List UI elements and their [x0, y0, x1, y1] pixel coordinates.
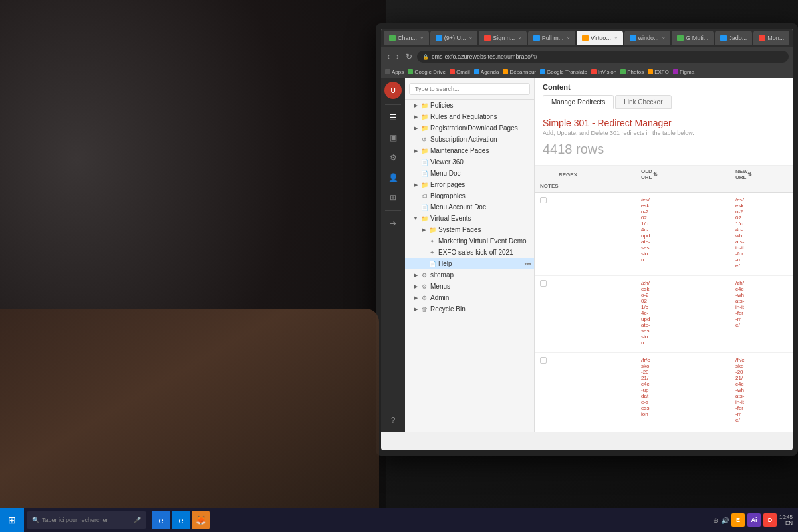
sidebar-deploy-icon[interactable]: ➜: [386, 216, 400, 231]
sidebar-users-icon[interactable]: 👤: [386, 170, 400, 185]
tree-folder-virtual: 📁: [420, 215, 428, 222]
bookmark-agenda[interactable]: Agenda: [474, 69, 499, 75]
start-button[interactable]: ⊞: [0, 508, 24, 532]
bookmark-dep-icon: [503, 69, 508, 74]
bookmark-photos[interactable]: Photos: [620, 69, 644, 75]
tab-9[interactable]: Mon...: [753, 31, 789, 45]
tree-label-bio: Biographies: [430, 192, 531, 200]
edge-taskbar-icon[interactable]: e: [172, 511, 190, 529]
tab-favicon-2: [436, 35, 442, 41]
forward-button[interactable]: ›: [394, 52, 401, 61]
tab-manage-redirects[interactable]: Manage Redirects: [543, 95, 614, 109]
microphone-icon[interactable]: 🎤: [134, 517, 141, 523]
tree-item-admin[interactable]: ▶ ⚙ Admin: [405, 292, 534, 303]
tree-item-viewer[interactable]: 📄 Viewer 360: [405, 156, 534, 168]
tree-label-maintenance: Maintenance Pages: [430, 147, 531, 154]
tab-5[interactable]: Virtuo... ×: [577, 31, 623, 45]
tree-item-menudoc[interactable]: 📄 Menu Doc: [405, 168, 534, 179]
row-new-url-3: /fr/esko-2021/c4c-whats-in-it-for-me/: [735, 357, 745, 423]
tree-folder-maint: 📁: [420, 148, 428, 154]
tab-label-7: G Muti...: [686, 35, 708, 41]
bookmark-gmail-icon: [450, 69, 455, 74]
row-checkbox-1[interactable]: [540, 197, 547, 203]
tree-item-exfo-sales[interactable]: ✦ EXFO sales kick-off 2021: [405, 247, 534, 258]
sidebar-media-icon[interactable]: ▣: [386, 130, 400, 145]
sidebar-content-icon[interactable]: ☰: [386, 110, 400, 125]
tab-label-4: Pull m...: [542, 35, 564, 41]
refresh-button[interactable]: ↻: [404, 52, 414, 61]
tree-arrow-rules: ▶: [413, 114, 418, 120]
tab-3[interactable]: Sign n... ×: [479, 31, 527, 45]
bookmark-gmail[interactable]: Gmail: [450, 69, 470, 75]
tab-close-3[interactable]: ×: [518, 35, 521, 41]
tab-close-2[interactable]: ×: [469, 35, 472, 41]
ie-taskbar-icon[interactable]: e: [152, 511, 170, 529]
tree-label-recycle: Recycle Bin: [430, 305, 531, 313]
tree-arrow-reg: ▶: [413, 126, 418, 131]
row-checkbox-2[interactable]: [540, 280, 547, 287]
tab-close-6[interactable]: ×: [662, 35, 666, 41]
sidebar-settings-icon[interactable]: ⚙: [386, 150, 400, 165]
tree-item-marketing[interactable]: ✦ Marketing Virtual Event Demo: [405, 235, 534, 247]
tree-item-syspages[interactable]: ▶ 📁 System Pages: [405, 224, 534, 235]
table-row: /zh/esko-2021/c4c-update-session /zh/c4c…: [535, 276, 793, 353]
tree-folder-reg: 📁: [420, 125, 428, 132]
tree-item-bio[interactable]: 🏷 Biographies: [405, 190, 534, 201]
tree-item-help[interactable]: 📄 Help •••: [405, 258, 534, 269]
back-button[interactable]: ‹: [385, 52, 392, 61]
tree-item-policies[interactable]: ▶ 📁 Policies: [405, 100, 534, 111]
tree-item-subscription[interactable]: ↺ Subscription Activation: [405, 134, 534, 145]
tab-favicon-9: [759, 35, 765, 41]
tab-1[interactable]: Chan... ×: [384, 31, 429, 45]
tab-close-1[interactable]: ×: [420, 35, 424, 41]
tab-close-5[interactable]: ×: [614, 35, 618, 41]
tree-item-maintenance[interactable]: ▶ 📁 Maintenance Pages: [405, 145, 534, 156]
bookmark-drive-label: Google Drive: [414, 69, 446, 75]
tree-item-menuacct[interactable]: 📄 Menu Account Doc: [405, 201, 534, 213]
firefox-taskbar-icon[interactable]: 🦊: [192, 511, 210, 529]
bookmark-invision[interactable]: InVision: [591, 69, 616, 75]
more-options-button[interactable]: •••: [524, 260, 531, 267]
tree-item-registration[interactable]: ▶ 📁 Registration/Download Pages: [405, 122, 534, 134]
bookmark-depanneur[interactable]: Dépanneur: [503, 69, 536, 75]
tab-link-checker[interactable]: Link Checker: [615, 95, 671, 109]
content-header: Content Manage Redirects Link Checker: [535, 78, 793, 112]
tab-7[interactable]: G Muti...: [672, 31, 714, 45]
tree-item-recycle[interactable]: ▶ 🗑 Recycle Bin: [405, 303, 534, 315]
bookmark-drive[interactable]: Google Drive: [408, 69, 446, 75]
tab-close-4[interactable]: ×: [567, 35, 570, 41]
tree-arrow-policies: ▶: [413, 103, 418, 108]
volume-icon: 🔊: [721, 517, 729, 524]
bookmark-exfo[interactable]: EXFO: [648, 69, 669, 75]
tree-item-rules[interactable]: ▶ 📁 Rules and Regulations: [405, 111, 534, 122]
row-checkbox-3[interactable]: [540, 357, 547, 364]
tree-search-input[interactable]: [409, 83, 530, 95]
address-bar[interactable]: 🔒 cms-exfo.azurewebsites.net/umbraco/#/: [417, 51, 789, 63]
tab-4[interactable]: Pull m... ×: [528, 31, 575, 45]
windows-logo: ⊞: [8, 515, 16, 525]
tab-6[interactable]: windo... ×: [624, 31, 671, 45]
tree-item-error[interactable]: ▶ 📁 Error pages: [405, 179, 534, 190]
col-sort2: ⇅: [747, 172, 787, 178]
sidebar-forms-icon[interactable]: ⊞: [386, 190, 400, 205]
bookmark-translate[interactable]: Google Translate: [540, 69, 587, 75]
tab-label-2: (9+) U...: [444, 35, 466, 41]
tree-icon-menus: ⚙: [420, 283, 428, 290]
tab-8[interactable]: Jado...: [715, 31, 752, 45]
app-logo[interactable]: U: [384, 82, 402, 99]
tab-2[interactable]: (9+) U... ×: [430, 31, 477, 45]
redirect-row-count: 4418 rows: [543, 142, 785, 157]
table-row: /en/esko-2021/c4c-update-session /en/esk…: [535, 430, 793, 432]
lock-icon: 🔒: [422, 54, 429, 60]
bookmark-gmail-label: Gmail: [456, 69, 470, 75]
bookmark-figma[interactable]: Figma: [673, 69, 694, 75]
tree-item-virtual[interactable]: ▼ 📁 Virtual Events: [405, 213, 534, 224]
taskbar-search[interactable]: 🔍 Taper ici pour rechercher 🎤: [27, 511, 146, 529]
tree-item-sitemap[interactable]: ▶ ⚙ sitemap: [405, 269, 534, 281]
tree-item-menus[interactable]: ▶ ⚙ Menus: [405, 281, 534, 292]
tree-icon-mkt: ✦: [428, 238, 436, 245]
browser-chrome: Chan... × (9+) U... × Sign n... × Pull m…: [381, 29, 793, 66]
dev-sys-icon: D: [763, 513, 777, 527]
sidebar-help-icon[interactable]: ?: [386, 413, 400, 428]
bookmark-apps[interactable]: Apps: [385, 69, 404, 75]
